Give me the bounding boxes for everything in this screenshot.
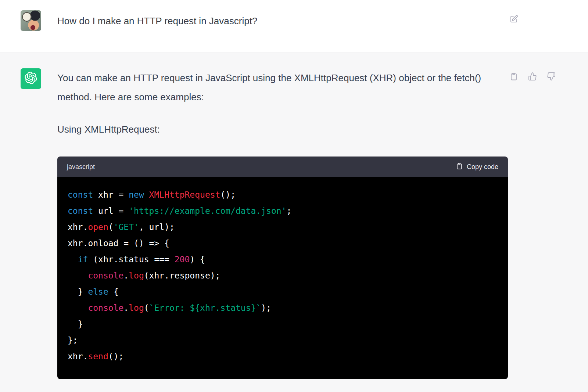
thumbs-down-button[interactable] <box>547 72 556 81</box>
thumbs-down-icon <box>547 76 556 82</box>
edit-pencil-square-icon <box>509 19 518 25</box>
user-message-row: How do I make an HTTP request in Javascr… <box>0 0 588 53</box>
code-block-header: javascript Copy code <box>57 157 508 177</box>
copy-response-button[interactable] <box>509 72 518 81</box>
assistant-message-row: You can make an HTTP request in JavaScri… <box>0 53 588 379</box>
assistant-paragraph: You can make an HTTP request in JavaScri… <box>57 68 488 107</box>
user-message-text: How do I make an HTTP request in Javascr… <box>57 15 500 27</box>
code-block: javascript Copy code const xhr = new XML… <box>57 157 508 379</box>
copy-clipboard-icon <box>509 76 518 82</box>
openai-logo-icon <box>25 72 37 86</box>
code-line: const url = 'https://example.com/data.js… <box>68 203 498 219</box>
code-line: const xhr = new XMLHttpRequest(); <box>68 187 498 203</box>
code-line: }; <box>68 332 498 348</box>
code-line: xhr.onload = () => { <box>68 235 498 251</box>
copy-code-button[interactable]: Copy code <box>456 162 498 171</box>
chatgpt-avatar <box>21 68 41 89</box>
code-line: if (xhr.status === 200) { <box>68 251 498 267</box>
thumbs-up-button[interactable] <box>528 72 537 81</box>
code-line: console.log(xhr.response); <box>68 267 498 284</box>
user-avatar <box>21 10 41 31</box>
assistant-subheading: Using XMLHttpRequest: <box>57 120 508 139</box>
code-line: } <box>68 316 498 332</box>
code-line: xhr.open('GET', url); <box>68 219 498 235</box>
code-content: const xhr = new XMLHttpRequest();const u… <box>57 177 508 379</box>
clipboard-icon <box>456 162 463 171</box>
code-language-label: javascript <box>67 163 95 171</box>
edit-message-button[interactable] <box>509 15 518 24</box>
code-line: xhr.send(); <box>68 348 498 364</box>
code-line: console.log(`Error: ${xhr.status}`); <box>68 300 498 316</box>
copy-code-label: Copy code <box>467 163 498 170</box>
assistant-message-actions <box>509 72 556 81</box>
code-line: } else { <box>68 284 498 300</box>
thumbs-up-icon <box>528 76 537 82</box>
